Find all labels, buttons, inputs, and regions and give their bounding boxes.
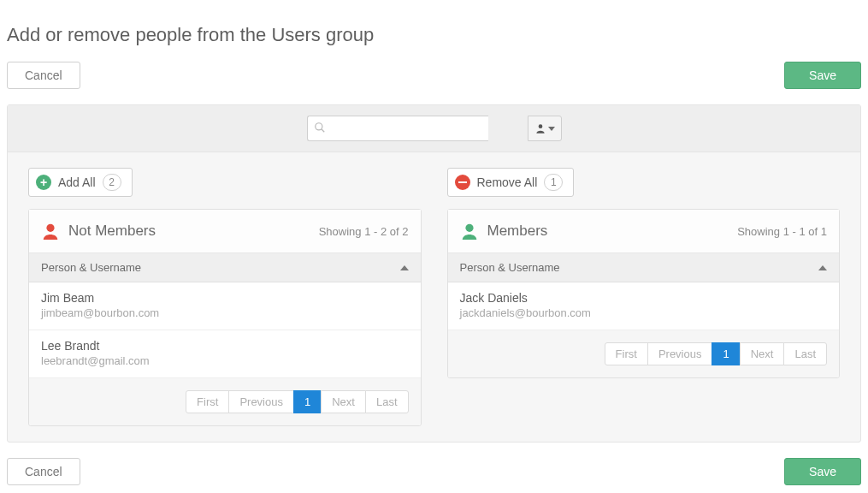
not-members-column-header[interactable]: Person & Username [29,253,421,282]
pager-next[interactable]: Next [740,342,785,365]
main-panel: + Add All 2 Not Members Showing 1 - 2 of… [7,104,861,443]
members-title: Members [487,223,548,240]
search-filter-dropdown[interactable] [528,116,562,141]
pager-first[interactable]: First [605,342,648,365]
pager-last[interactable]: Last [783,342,827,365]
add-all-label: Add All [58,175,96,189]
cancel-button[interactable]: Cancel [7,62,80,89]
pager-page-1[interactable]: 1 [712,342,740,365]
members-rows: Jack Danielsjackdaniels@bourbon.com [448,282,840,330]
pager-previous[interactable]: Previous [228,390,294,413]
not-members-status: Showing 1 - 2 of 2 [319,225,409,238]
list-item[interactable]: Jack Danielsjackdaniels@bourbon.com [448,282,840,330]
save-button[interactable]: Save [784,62,861,89]
top-button-row: Cancel Save [7,62,861,89]
person-red-icon [41,222,60,241]
remove-all-label: Remove All [477,175,538,189]
members-column-header[interactable]: Person & Username [448,253,840,282]
members-column: Remove All 1 Members Showing 1 - 1 of 1 [447,168,841,426]
pager-previous[interactable]: Previous [647,342,713,365]
add-all-count: 2 [103,174,121,191]
pager-next[interactable]: Next [321,390,366,413]
members-panel: Members Showing 1 - 1 of 1 Person & User… [447,209,841,378]
sort-asc-icon [818,265,827,270]
page-title: Add or remove people from the Users grou… [7,24,861,46]
add-all-button[interactable]: + Add All 2 [28,168,133,197]
list-item[interactable]: Lee Brandtleebrandt@gmail.com [29,330,421,377]
person-email: jimbeam@bourbon.com [41,306,409,319]
search-input[interactable] [307,116,488,141]
search-wrap [307,116,562,141]
person-name: Jack Daniels [460,291,828,305]
not-members-title: Not Members [68,223,156,240]
cancel-button[interactable]: Cancel [7,458,80,485]
person-email: leebrandt@gmail.com [41,354,409,367]
minus-circle-icon [455,175,470,190]
person-name: Lee Brandt [41,339,409,353]
not-members-column: + Add All 2 Not Members Showing 1 - 2 of… [28,168,422,426]
pager-last[interactable]: Last [365,390,409,413]
svg-point-2 [538,124,542,128]
person-green-icon [460,222,479,241]
members-header: Members Showing 1 - 1 of 1 [448,210,840,253]
columns: + Add All 2 Not Members Showing 1 - 2 of… [8,152,860,426]
sort-asc-icon [400,265,409,270]
person-icon [534,122,546,134]
not-members-rows: Jim Beamjimbeam@bourbon.comLee Brandtlee… [29,282,421,377]
search-bar [8,105,860,152]
remove-all-button[interactable]: Remove All 1 [447,168,575,197]
save-button[interactable]: Save [784,458,861,485]
pager-first[interactable]: First [186,390,229,413]
person-email: jackdaniels@bourbon.com [460,306,828,319]
not-members-panel: Not Members Showing 1 - 2 of 2 Person & … [28,209,422,426]
members-status: Showing 1 - 1 of 1 [737,225,827,238]
plus-circle-icon: + [36,175,51,190]
list-item[interactable]: Jim Beamjimbeam@bourbon.com [29,282,421,330]
pager-page-1[interactable]: 1 [293,390,322,413]
bottom-button-row: Cancel Save [7,458,861,485]
not-members-pager: First Previous 1 Next Last [29,377,421,425]
column-header-label: Person & Username [41,261,141,274]
chevron-down-icon [548,127,555,131]
members-pager: First Previous 1 Next Last [448,330,840,377]
person-name: Jim Beam [41,291,409,305]
svg-point-0 [315,123,322,130]
column-header-label: Person & Username [460,261,560,274]
svg-point-3 [46,224,54,232]
not-members-header: Not Members Showing 1 - 2 of 2 [29,210,421,253]
svg-line-1 [321,129,324,133]
remove-all-count: 1 [544,174,563,191]
svg-point-4 [465,224,473,232]
search-icon [314,122,326,134]
